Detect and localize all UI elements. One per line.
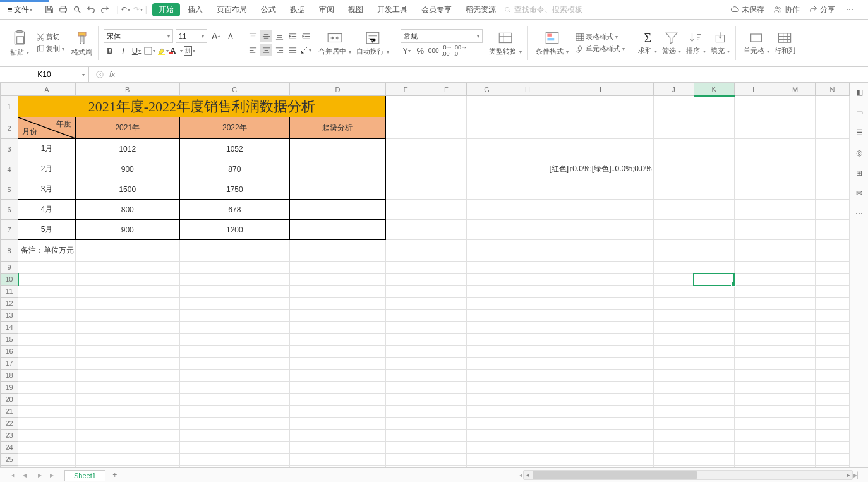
- cell-D15[interactable]: [290, 334, 385, 346]
- cell-K22[interactable]: [694, 418, 734, 430]
- cell-N9[interactable]: [816, 262, 850, 274]
- align-center-icon[interactable]: [260, 44, 272, 56]
- cell-G23[interactable]: [466, 430, 507, 442]
- more-icon[interactable]: ⋯: [844, 4, 855, 15]
- cell-J14[interactable]: [653, 322, 694, 334]
- cancel-icon[interactable]: [95, 70, 104, 79]
- cell-J21[interactable]: [653, 406, 694, 418]
- cell-I3[interactable]: [548, 139, 653, 159]
- cell-I25[interactable]: [548, 454, 653, 466]
- cell-G22[interactable]: [466, 418, 507, 430]
- cut-button[interactable]: 剪切: [34, 32, 66, 42]
- row-header-9[interactable]: 9: [1, 262, 18, 274]
- cell-F18[interactable]: [426, 370, 466, 382]
- add-sheet-icon[interactable]: +: [109, 469, 121, 481]
- cell-L11[interactable]: [734, 286, 775, 298]
- cell-L9[interactable]: [734, 262, 775, 274]
- col-header-K[interactable]: K: [694, 83, 734, 96]
- cell-I11[interactable]: [548, 286, 653, 298]
- cell-E16[interactable]: [385, 346, 426, 358]
- grow-font-icon[interactable]: A+: [210, 30, 222, 42]
- cell-M6[interactable]: [775, 200, 815, 220]
- cell-A5[interactable]: 3月: [18, 179, 76, 200]
- cell-H26[interactable]: [507, 466, 548, 468]
- cell-L19[interactable]: [734, 382, 775, 394]
- cell-J22[interactable]: [653, 418, 694, 430]
- cell-J20[interactable]: [653, 394, 694, 406]
- cell-N20[interactable]: [816, 394, 850, 406]
- underline-icon[interactable]: U ▾: [130, 44, 143, 57]
- cell-M4[interactable]: [775, 159, 815, 179]
- cell-G21[interactable]: [466, 406, 507, 418]
- row-header-8[interactable]: 8: [1, 240, 18, 262]
- cell-J5[interactable]: [653, 179, 694, 200]
- cell-F17[interactable]: [426, 358, 466, 370]
- cell-B26[interactable]: [76, 466, 180, 468]
- cell-N18[interactable]: [816, 370, 850, 382]
- cell-J2[interactable]: [653, 117, 694, 139]
- cell-M10[interactable]: [775, 274, 815, 286]
- cell-D7[interactable]: [290, 220, 385, 240]
- undo-icon[interactable]: [85, 4, 97, 15]
- cell-G16[interactable]: [466, 346, 507, 358]
- col-header-I[interactable]: I: [548, 83, 653, 96]
- cell-G12[interactable]: [466, 298, 507, 310]
- tab-审阅[interactable]: 审阅: [313, 2, 341, 18]
- cell-L6[interactable]: [734, 200, 775, 220]
- cell-B3[interactable]: 1012: [76, 139, 180, 159]
- cell-M9[interactable]: [775, 262, 815, 274]
- rowcol-button[interactable]: 行和列: [772, 29, 798, 57]
- condfmt-button[interactable]: 条件格式 ▾: [533, 28, 571, 57]
- cell-K19[interactable]: [694, 382, 734, 394]
- cell-E17[interactable]: [385, 358, 426, 370]
- cell-L17[interactable]: [734, 358, 775, 370]
- cell-A14[interactable]: [18, 322, 76, 334]
- cell-C17[interactable]: [179, 358, 290, 370]
- cell-C11[interactable]: [179, 286, 290, 298]
- cell-J1[interactable]: [653, 96, 694, 117]
- cell-D3[interactable]: [290, 139, 385, 159]
- sheet-grid[interactable]: ABCDEFGHIJKLMN12021年度-2022年度销售利润数据分析2年度月…: [0, 83, 850, 467]
- cell-K7[interactable]: [694, 220, 734, 240]
- unsaved-button[interactable]: 未保存: [730, 4, 764, 15]
- cell-I26[interactable]: [548, 466, 653, 468]
- cell-H8[interactable]: [507, 240, 548, 262]
- cell-A16[interactable]: [18, 346, 76, 358]
- cell-B13[interactable]: [76, 310, 180, 322]
- cell-E4[interactable]: [385, 159, 426, 179]
- cell-C20[interactable]: [179, 394, 290, 406]
- cell-F14[interactable]: [426, 322, 466, 334]
- tab-会员专享[interactable]: 会员专享: [415, 2, 458, 18]
- cell-H24[interactable]: [507, 442, 548, 454]
- cell-K24[interactable]: [694, 442, 734, 454]
- cell-D25[interactable]: [290, 454, 385, 466]
- cell-N13[interactable]: [816, 310, 850, 322]
- cell-M2[interactable]: [775, 117, 815, 139]
- cell-D6[interactable]: [290, 200, 385, 220]
- cell-J19[interactable]: [653, 382, 694, 394]
- cell-F10[interactable]: [426, 274, 466, 286]
- cell-K12[interactable]: [694, 298, 734, 310]
- cell-G6[interactable]: [466, 200, 507, 220]
- cell-L10[interactable]: [734, 274, 775, 286]
- align-top-icon[interactable]: [246, 30, 259, 42]
- numformat-combo[interactable]: 常规▾: [401, 29, 483, 43]
- tab-稻壳资源[interactable]: 稻壳资源: [459, 2, 502, 18]
- cell-N10[interactable]: [816, 274, 850, 286]
- tab-开始[interactable]: 开始: [152, 3, 180, 16]
- cell-D26[interactable]: [290, 466, 385, 468]
- fillcolor-icon[interactable]: ▾: [157, 44, 169, 57]
- cell-B15[interactable]: [76, 334, 180, 346]
- cell-I18[interactable]: [548, 370, 653, 382]
- cell-E25[interactable]: [385, 454, 426, 466]
- cell-N5[interactable]: [816, 179, 850, 200]
- cell-H10[interactable]: [507, 274, 548, 286]
- cell-B9[interactable]: [76, 262, 180, 274]
- cell-I20[interactable]: [548, 394, 653, 406]
- cell-I8[interactable]: [548, 240, 653, 262]
- currency-icon[interactable]: ¥ ▾: [401, 44, 413, 57]
- redo-icon[interactable]: [99, 4, 111, 15]
- sidepanel-icon-1[interactable]: ◧: [853, 87, 865, 98]
- cell-D11[interactable]: [290, 286, 385, 298]
- cell-G7[interactable]: [466, 220, 507, 240]
